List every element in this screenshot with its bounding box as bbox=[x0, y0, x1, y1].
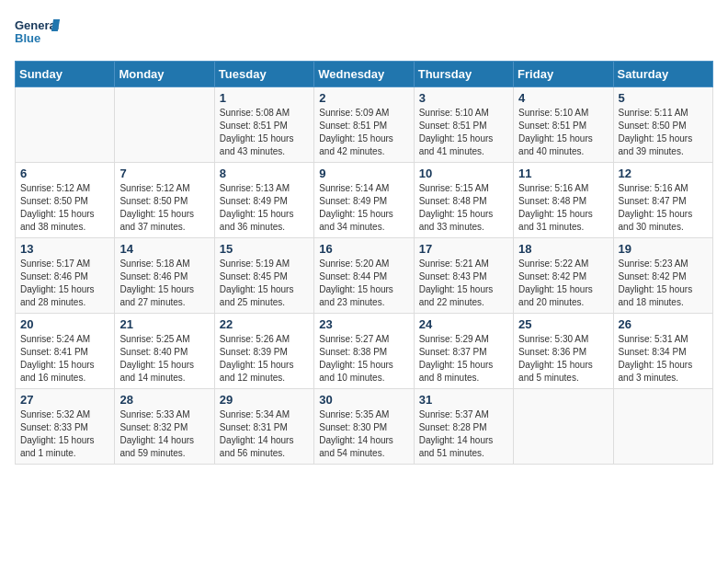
day-number: 4 bbox=[518, 91, 608, 105]
calendar-cell: 10Sunrise: 5:15 AM Sunset: 8:48 PM Dayli… bbox=[414, 163, 513, 238]
day-number: 26 bbox=[619, 317, 708, 331]
calendar-cell: 12Sunrise: 5:16 AM Sunset: 8:47 PM Dayli… bbox=[613, 163, 712, 238]
column-header-tuesday: Tuesday bbox=[214, 62, 313, 87]
column-header-wednesday: Wednesday bbox=[314, 62, 414, 87]
cell-content: Sunrise: 5:26 AM Sunset: 8:39 PM Dayligh… bbox=[220, 333, 309, 385]
calendar-cell: 21Sunrise: 5:25 AM Sunset: 8:40 PM Dayli… bbox=[115, 314, 214, 389]
calendar-cell: 20Sunrise: 5:24 AM Sunset: 8:41 PM Dayli… bbox=[16, 314, 115, 389]
cell-content: Sunrise: 5:20 AM Sunset: 8:44 PM Dayligh… bbox=[319, 258, 408, 309]
calendar-cell: 14Sunrise: 5:18 AM Sunset: 8:46 PM Dayli… bbox=[115, 238, 214, 314]
cell-content: Sunrise: 5:33 AM Sunset: 8:32 PM Dayligh… bbox=[119, 408, 209, 460]
calendar-cell: 24Sunrise: 5:29 AM Sunset: 8:37 PM Dayli… bbox=[414, 314, 513, 389]
cell-content: Sunrise: 5:12 AM Sunset: 8:50 PM Dayligh… bbox=[20, 182, 109, 234]
cell-content: Sunrise: 5:16 AM Sunset: 8:47 PM Dayligh… bbox=[619, 182, 708, 234]
day-number: 29 bbox=[220, 393, 309, 407]
cell-content: Sunrise: 5:18 AM Sunset: 8:46 PM Dayligh… bbox=[119, 258, 209, 309]
calendar-cell: 18Sunrise: 5:22 AM Sunset: 8:42 PM Dayli… bbox=[514, 238, 613, 314]
day-number: 21 bbox=[119, 317, 209, 331]
day-number: 20 bbox=[20, 317, 109, 331]
day-number: 27 bbox=[20, 393, 109, 407]
cell-content: Sunrise: 5:13 AM Sunset: 8:49 PM Dayligh… bbox=[220, 182, 309, 234]
calendar-cell: 26Sunrise: 5:31 AM Sunset: 8:34 PM Dayli… bbox=[613, 314, 712, 389]
column-header-sunday: Sunday bbox=[16, 62, 115, 87]
day-number: 14 bbox=[119, 242, 209, 256]
calendar-cell: 27Sunrise: 5:32 AM Sunset: 8:33 PM Dayli… bbox=[16, 389, 115, 465]
cell-content: Sunrise: 5:32 AM Sunset: 8:33 PM Dayligh… bbox=[20, 408, 109, 460]
cell-content: Sunrise: 5:30 AM Sunset: 8:36 PM Dayligh… bbox=[518, 333, 608, 385]
calendar-cell: 29Sunrise: 5:34 AM Sunset: 8:31 PM Dayli… bbox=[214, 389, 313, 465]
column-header-friday: Friday bbox=[514, 62, 613, 87]
calendar-cell: 8Sunrise: 5:13 AM Sunset: 8:49 PM Daylig… bbox=[214, 163, 313, 238]
cell-content: Sunrise: 5:10 AM Sunset: 8:51 PM Dayligh… bbox=[518, 107, 608, 158]
cell-content: Sunrise: 5:34 AM Sunset: 8:31 PM Dayligh… bbox=[220, 408, 309, 460]
cell-content: Sunrise: 5:15 AM Sunset: 8:48 PM Dayligh… bbox=[419, 182, 508, 234]
calendar-week-row: 20Sunrise: 5:24 AM Sunset: 8:41 PM Dayli… bbox=[16, 314, 713, 389]
calendar-cell: 4Sunrise: 5:10 AM Sunset: 8:51 PM Daylig… bbox=[514, 87, 613, 163]
day-number: 10 bbox=[419, 167, 508, 180]
cell-content: Sunrise: 5:35 AM Sunset: 8:30 PM Dayligh… bbox=[319, 408, 408, 460]
svg-text:Blue: Blue bbox=[15, 31, 40, 45]
calendar-cell: 15Sunrise: 5:19 AM Sunset: 8:45 PM Dayli… bbox=[214, 238, 313, 314]
calendar-cell: 2Sunrise: 5:09 AM Sunset: 8:51 PM Daylig… bbox=[314, 87, 414, 163]
logo-svg: General Blue bbox=[15, 15, 61, 53]
cell-content: Sunrise: 5:31 AM Sunset: 8:34 PM Dayligh… bbox=[619, 333, 708, 385]
day-number: 11 bbox=[518, 167, 608, 180]
calendar-cell: 13Sunrise: 5:17 AM Sunset: 8:46 PM Dayli… bbox=[16, 238, 115, 314]
cell-content: Sunrise: 5:25 AM Sunset: 8:40 PM Dayligh… bbox=[119, 333, 209, 385]
cell-content: Sunrise: 5:10 AM Sunset: 8:51 PM Dayligh… bbox=[419, 107, 508, 158]
calendar-cell: 22Sunrise: 5:26 AM Sunset: 8:39 PM Dayli… bbox=[214, 314, 313, 389]
calendar-cell bbox=[514, 389, 613, 465]
cell-content: Sunrise: 5:12 AM Sunset: 8:50 PM Dayligh… bbox=[119, 182, 209, 234]
calendar-cell: 6Sunrise: 5:12 AM Sunset: 8:50 PM Daylig… bbox=[16, 163, 115, 238]
calendar-cell: 9Sunrise: 5:14 AM Sunset: 8:49 PM Daylig… bbox=[314, 163, 414, 238]
calendar-cell: 25Sunrise: 5:30 AM Sunset: 8:36 PM Dayli… bbox=[514, 314, 613, 389]
day-number: 5 bbox=[619, 91, 708, 105]
cell-content: Sunrise: 5:16 AM Sunset: 8:48 PM Dayligh… bbox=[518, 182, 608, 234]
day-number: 2 bbox=[319, 91, 408, 105]
calendar-cell: 31Sunrise: 5:37 AM Sunset: 8:28 PM Dayli… bbox=[414, 389, 513, 465]
day-number: 28 bbox=[119, 393, 209, 407]
calendar-header-row: SundayMondayTuesdayWednesdayThursdayFrid… bbox=[16, 62, 713, 87]
day-number: 16 bbox=[319, 242, 408, 256]
day-number: 18 bbox=[518, 242, 608, 256]
cell-content: Sunrise: 5:08 AM Sunset: 8:51 PM Dayligh… bbox=[220, 107, 309, 158]
cell-content: Sunrise: 5:37 AM Sunset: 8:28 PM Dayligh… bbox=[419, 408, 508, 460]
calendar-cell: 11Sunrise: 5:16 AM Sunset: 8:48 PM Dayli… bbox=[514, 163, 613, 238]
cell-content: Sunrise: 5:23 AM Sunset: 8:42 PM Dayligh… bbox=[619, 258, 708, 309]
calendar-cell: 30Sunrise: 5:35 AM Sunset: 8:30 PM Dayli… bbox=[314, 389, 414, 465]
day-number: 23 bbox=[319, 317, 408, 331]
day-number: 17 bbox=[419, 242, 508, 256]
calendar-cell: 1Sunrise: 5:08 AM Sunset: 8:51 PM Daylig… bbox=[214, 87, 313, 163]
cell-content: Sunrise: 5:21 AM Sunset: 8:43 PM Dayligh… bbox=[419, 258, 508, 309]
day-number: 8 bbox=[220, 167, 309, 180]
day-number: 6 bbox=[20, 167, 109, 180]
calendar-week-row: 13Sunrise: 5:17 AM Sunset: 8:46 PM Dayli… bbox=[16, 238, 713, 314]
calendar-week-row: 27Sunrise: 5:32 AM Sunset: 8:33 PM Dayli… bbox=[16, 389, 713, 465]
day-number: 3 bbox=[419, 91, 508, 105]
calendar-cell: 28Sunrise: 5:33 AM Sunset: 8:32 PM Dayli… bbox=[115, 389, 214, 465]
calendar-cell bbox=[115, 87, 214, 163]
calendar-cell bbox=[613, 389, 712, 465]
day-number: 9 bbox=[319, 167, 408, 180]
calendar-table: SundayMondayTuesdayWednesdayThursdayFrid… bbox=[15, 61, 713, 465]
column-header-saturday: Saturday bbox=[613, 62, 712, 87]
cell-content: Sunrise: 5:14 AM Sunset: 8:49 PM Dayligh… bbox=[319, 182, 408, 234]
calendar-cell: 17Sunrise: 5:21 AM Sunset: 8:43 PM Dayli… bbox=[414, 238, 513, 314]
day-number: 12 bbox=[619, 167, 708, 180]
calendar-cell: 19Sunrise: 5:23 AM Sunset: 8:42 PM Dayli… bbox=[613, 238, 712, 314]
cell-content: Sunrise: 5:24 AM Sunset: 8:41 PM Dayligh… bbox=[20, 333, 109, 385]
day-number: 1 bbox=[220, 91, 309, 105]
day-number: 7 bbox=[119, 167, 209, 180]
calendar-cell: 23Sunrise: 5:27 AM Sunset: 8:38 PM Dayli… bbox=[314, 314, 414, 389]
day-number: 30 bbox=[319, 393, 408, 407]
cell-content: Sunrise: 5:09 AM Sunset: 8:51 PM Dayligh… bbox=[319, 107, 408, 158]
cell-content: Sunrise: 5:11 AM Sunset: 8:50 PM Dayligh… bbox=[619, 107, 708, 158]
calendar-cell: 5Sunrise: 5:11 AM Sunset: 8:50 PM Daylig… bbox=[613, 87, 712, 163]
cell-content: Sunrise: 5:17 AM Sunset: 8:46 PM Dayligh… bbox=[20, 258, 109, 309]
calendar-cell: 3Sunrise: 5:10 AM Sunset: 8:51 PM Daylig… bbox=[414, 87, 513, 163]
cell-content: Sunrise: 5:27 AM Sunset: 8:38 PM Dayligh… bbox=[319, 333, 408, 385]
day-number: 22 bbox=[220, 317, 309, 331]
day-number: 15 bbox=[220, 242, 309, 256]
page-header: General Blue bbox=[15, 15, 713, 53]
cell-content: Sunrise: 5:19 AM Sunset: 8:45 PM Dayligh… bbox=[220, 258, 309, 309]
